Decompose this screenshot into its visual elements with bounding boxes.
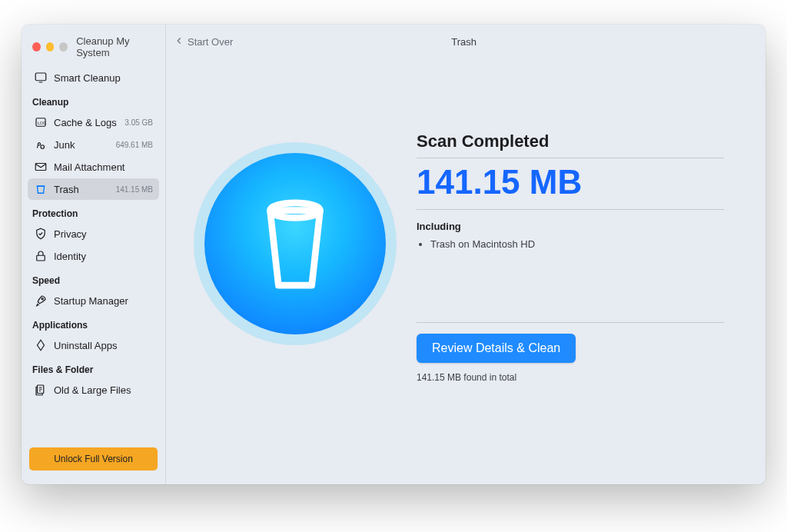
sidebar-item-label: Uninstall Apps bbox=[54, 340, 153, 351]
trash-illustration bbox=[204, 153, 386, 334]
sidebar-item-value: 3.05 GB bbox=[125, 118, 153, 127]
sidebar-item-old-large-files[interactable]: Old & Large Files bbox=[28, 379, 159, 401]
sidebar-item-label: Smart Cleanup bbox=[54, 72, 153, 84]
sidebar-item-cache-logs[interactable]: LOG Cache & Logs 3.05 GB bbox=[28, 111, 159, 133]
section-header-applications: Applications bbox=[26, 312, 161, 334]
monitor-icon bbox=[34, 71, 48, 85]
svg-rect-4 bbox=[35, 164, 46, 171]
svg-point-6 bbox=[42, 298, 43, 300]
scan-title: Scan Completed bbox=[417, 131, 724, 158]
mail-icon bbox=[34, 160, 48, 174]
svg-point-3 bbox=[41, 145, 45, 149]
main-panel: Start Over Trash Scan Completed 141.15 M… bbox=[166, 25, 765, 484]
minimize-window-button[interactable] bbox=[46, 42, 55, 52]
topbar: Start Over Trash bbox=[166, 25, 765, 56]
sidebar-item-label: Mail Attachment bbox=[54, 161, 153, 173]
sidebar-item-value: 649.61 MB bbox=[116, 141, 153, 149]
unlock-full-version-button[interactable]: Unlock Full Version bbox=[29, 447, 158, 470]
log-icon: LOG bbox=[34, 115, 48, 129]
page-title: Trash bbox=[233, 36, 695, 48]
scan-size: 141.15 MB bbox=[417, 158, 724, 210]
sidebar-item-smart-cleanup[interactable]: Smart Cleanup bbox=[28, 67, 159, 88]
including-label: Including bbox=[417, 221, 724, 232]
trash-icon bbox=[34, 182, 48, 196]
lock-icon bbox=[34, 249, 48, 263]
sidebar-items: Smart Cleanup Cleanup LOG Cache & Logs 3… bbox=[22, 66, 165, 441]
sidebar: Cleanup My System Smart Cleanup Cleanup … bbox=[22, 25, 166, 484]
files-icon bbox=[34, 383, 48, 397]
sidebar-item-mail-attachment[interactable]: Mail Attachment bbox=[28, 156, 159, 178]
sidebar-item-label: Old & Large Files bbox=[54, 384, 153, 396]
back-label: Start Over bbox=[188, 36, 233, 48]
app-window: Cleanup My System Smart Cleanup Cleanup … bbox=[22, 25, 765, 484]
chevron-left-icon bbox=[174, 35, 184, 48]
scan-results: Scan Completed 141.15 MB Including Trash… bbox=[417, 118, 724, 383]
including-list: Trash on Macintosh HD bbox=[417, 238, 724, 250]
sidebar-item-label: Trash bbox=[54, 184, 110, 195]
sidebar-item-privacy[interactable]: Privacy bbox=[28, 223, 159, 244]
zoom-window-button[interactable] bbox=[59, 42, 68, 52]
sidebar-item-junk[interactable]: Junk 649.61 MB bbox=[28, 134, 159, 155]
start-over-button[interactable]: Start Over bbox=[172, 35, 233, 48]
app-title: Cleanup My System bbox=[76, 35, 156, 58]
including-item: Trash on Macintosh HD bbox=[430, 238, 724, 250]
review-details-clean-button[interactable]: Review Details & Clean bbox=[417, 334, 576, 363]
svg-text:LOG: LOG bbox=[38, 121, 46, 125]
sidebar-item-label: Junk bbox=[54, 139, 110, 151]
found-total: 141.15 MB found in total bbox=[417, 372, 724, 383]
rocket-icon bbox=[34, 294, 48, 308]
shield-icon bbox=[34, 227, 48, 241]
sidebar-item-label: Privacy bbox=[54, 228, 153, 240]
section-header-speed: Speed bbox=[26, 268, 161, 289]
sidebar-item-label: Startup Manager bbox=[54, 295, 153, 307]
junk-icon bbox=[34, 138, 48, 151]
app-icon bbox=[34, 338, 48, 352]
section-header-files-folder: Files & Folder bbox=[26, 357, 161, 378]
sidebar-item-identity[interactable]: Identity bbox=[28, 245, 159, 267]
section-header-protection: Protection bbox=[26, 201, 161, 222]
sidebar-item-startup-manager[interactable]: Startup Manager bbox=[28, 290, 159, 311]
sidebar-item-value: 141.15 MB bbox=[116, 185, 153, 194]
sidebar-item-label: Identity bbox=[54, 251, 153, 262]
svg-rect-5 bbox=[37, 255, 45, 261]
content: Scan Completed 141.15 MB Including Trash… bbox=[166, 56, 765, 484]
sidebar-item-label: Cache & Logs bbox=[54, 117, 118, 128]
window-titlebar: Cleanup My System bbox=[22, 25, 165, 66]
svg-rect-0 bbox=[35, 73, 46, 81]
sidebar-item-uninstall-apps[interactable]: Uninstall Apps bbox=[28, 334, 159, 356]
sidebar-item-trash[interactable]: Trash 141.15 MB bbox=[28, 178, 159, 200]
close-window-button[interactable] bbox=[32, 42, 41, 52]
section-header-cleanup: Cleanup bbox=[26, 89, 161, 111]
